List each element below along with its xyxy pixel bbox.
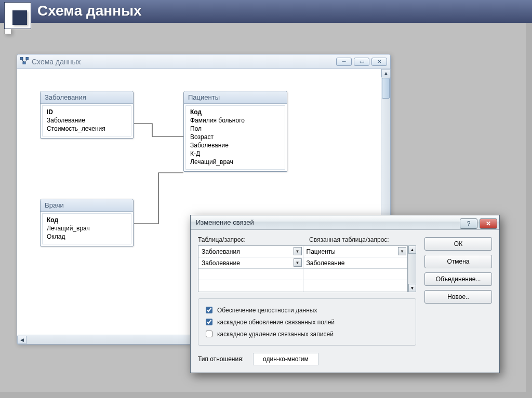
table-zabolevaniya[interactable]: Заболевания ID Заболевание Стоимость_леч… xyxy=(40,91,134,139)
scroll-thumb[interactable] xyxy=(382,78,390,99)
table-title: Пациенты xyxy=(184,91,287,104)
table-title: Заболевания xyxy=(41,91,133,104)
label-related-table-query: Связанная таблица/запрос: xyxy=(309,236,416,243)
maximize-button[interactable]: ▭ xyxy=(354,58,369,66)
table-field[interactable]: Заболевание xyxy=(46,116,130,125)
edit-relationships-dialog: Изменение связей ? ✕ Таблица/запрос: Свя… xyxy=(190,215,500,373)
empty-field-left[interactable] xyxy=(198,280,303,292)
minimize-button[interactable]: ─ xyxy=(336,58,352,66)
chevron-down-icon[interactable]: ▼ xyxy=(294,258,302,267)
table-field[interactable]: Стоимость_лечения xyxy=(46,125,130,133)
dialog-close-button[interactable]: ✕ xyxy=(480,218,497,229)
relationship-grid[interactable]: Заболевания ▼ Пациенты ▼ Заболевание xyxy=(198,245,408,292)
field-select-left[interactable]: Заболевание ▼ xyxy=(198,257,303,268)
chevron-down-icon[interactable]: ▼ xyxy=(294,247,302,255)
empty-field-left[interactable] xyxy=(198,269,303,280)
integrity-group: Обеспечение целостности данных каскадное… xyxy=(198,298,416,346)
slide-title: Схема данных xyxy=(0,0,532,23)
checkbox-integrity[interactable]: Обеспечение целостности данных xyxy=(204,305,414,315)
table-field[interactable]: Пол xyxy=(189,125,284,133)
svg-rect-1 xyxy=(26,57,29,60)
checkbox-cascade-delete[interactable]: каскадное удаление связанных записей xyxy=(204,329,414,339)
table-field[interactable]: Заболевание xyxy=(189,141,284,149)
relation-type-value: один-ко-многим xyxy=(253,353,318,365)
close-button[interactable]: ✕ xyxy=(371,58,387,66)
chevron-down-icon[interactable]: ▼ xyxy=(398,247,406,255)
table-field[interactable]: Код xyxy=(189,108,284,116)
field-select-right[interactable]: Заболевание xyxy=(303,257,408,268)
table-field[interactable]: ID xyxy=(46,108,130,116)
new-button[interactable]: Новое.. xyxy=(424,290,492,304)
checkbox-cascade-update[interactable]: каскадное обновление связанных полей xyxy=(204,317,414,327)
schema-titlebar[interactable]: Схема данных ─ ▭ ✕ xyxy=(17,54,390,69)
dialog-titlebar[interactable]: Изменение связей ? ✕ xyxy=(191,215,499,230)
relationships-icon xyxy=(20,57,29,66)
join-button[interactable]: Объединение... xyxy=(424,272,492,286)
empty-field-right[interactable] xyxy=(303,269,408,280)
table-field[interactable]: Лечащий_врач xyxy=(46,224,130,232)
table-vrachi[interactable]: Врачи Код Лечащий_врач Оклад xyxy=(40,199,134,246)
slide-bullet-icon xyxy=(4,2,31,29)
table-field[interactable]: Возраст xyxy=(189,133,284,141)
relation-type-label: Тип отношения: xyxy=(198,355,244,363)
scroll-up-icon[interactable]: ▲ xyxy=(408,245,416,254)
cancel-button[interactable]: Отмена xyxy=(424,255,492,268)
help-button[interactable]: ? xyxy=(460,218,477,229)
scroll-up-icon[interactable]: ▲ xyxy=(381,69,391,77)
dialog-title: Изменение связей xyxy=(196,218,254,226)
table-select-right[interactable]: Пациенты ▼ xyxy=(303,246,408,257)
table-field[interactable]: Оклад xyxy=(46,232,130,241)
table-field[interactable]: Фамилия больного xyxy=(189,116,284,125)
svg-rect-0 xyxy=(20,57,23,60)
scroll-down-icon[interactable]: ▼ xyxy=(408,284,416,292)
empty-field-right[interactable] xyxy=(303,280,408,292)
slide-body: Схема данных ─ ▭ ✕ Заболевания ID Заболе… xyxy=(0,23,526,392)
scroll-left-icon[interactable]: ◀ xyxy=(17,336,26,344)
schema-title: Схема данных xyxy=(32,58,81,66)
grid-scrollbar[interactable]: ▲ ▼ xyxy=(408,245,416,292)
svg-rect-2 xyxy=(23,62,25,64)
table-select-left[interactable]: Заболевания ▼ xyxy=(198,246,303,257)
table-patsienty[interactable]: Пациенты Код Фамилия больного Пол Возрас… xyxy=(183,91,287,172)
label-table-query: Таблица/запрос: xyxy=(198,236,305,243)
table-field[interactable]: К-Д xyxy=(189,149,284,158)
table-title: Врачи xyxy=(41,199,133,212)
table-field[interactable]: Лечащий_врач xyxy=(189,158,284,166)
table-field[interactable]: Код xyxy=(46,216,130,224)
ok-button[interactable]: ОК xyxy=(424,237,492,251)
